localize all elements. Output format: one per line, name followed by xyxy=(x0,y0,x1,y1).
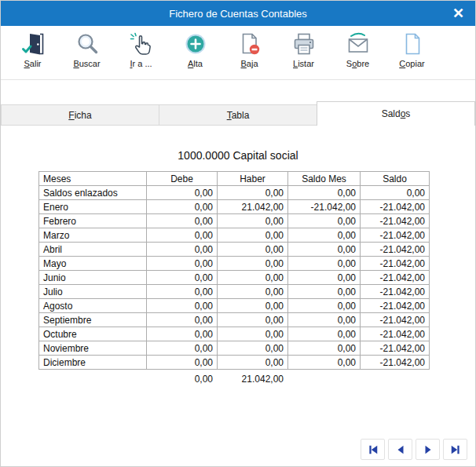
cell-meses: Saldos enlazados xyxy=(39,186,147,200)
tab-strip: FichaTablaSaldos xyxy=(1,101,475,126)
col-header-haber: Haber xyxy=(218,172,288,186)
toolbar-label-ir-a: Ir a ... xyxy=(130,59,152,68)
cell-saldo: -21.042,00 xyxy=(361,327,430,341)
cell-haber: 0,00 xyxy=(218,257,288,271)
table-row-abril: Abril0,000,000,00-21.042,00 xyxy=(39,243,430,257)
cell-haber: 0,00 xyxy=(218,356,288,370)
cell-saldo-mes: -21.042,00 xyxy=(288,200,361,214)
cell-saldo: -21.042,00 xyxy=(361,214,430,228)
cell-haber: 0,00 xyxy=(218,243,288,257)
titlebar: Fichero de Cuentas Contables ✕ xyxy=(1,1,475,26)
last-record-button[interactable] xyxy=(443,439,467,460)
cell-saldo-mes: 0,00 xyxy=(288,356,361,370)
tab-saldos[interactable]: Saldos xyxy=(317,101,475,126)
cell-haber: 0,00 xyxy=(218,271,288,285)
toolbar-button-salir[interactable]: Salir xyxy=(5,30,60,68)
cell-saldo-mes: 0,00 xyxy=(288,214,361,228)
tab-tabla[interactable]: Tabla xyxy=(159,104,317,126)
cell-meses: Noviembre xyxy=(39,341,147,356)
delete-icon xyxy=(237,31,262,57)
cell-meses: Agosto xyxy=(39,299,147,313)
cell-haber: 21.042,00 xyxy=(218,200,288,214)
cell-debe: 0,00 xyxy=(147,313,218,327)
cell-saldo: -21.042,00 xyxy=(361,271,430,285)
toolbar-button-baja[interactable]: Baja xyxy=(222,30,276,68)
table-row-mayo: Mayo0,000,000,00-21.042,00 xyxy=(39,257,430,271)
cell-meses: Diciembre xyxy=(39,356,147,370)
cell-saldo: -21.042,00 xyxy=(361,243,430,257)
tab-label-ficha: Ficha xyxy=(68,110,91,121)
table-row-marzo: Marzo0,000,000,00-21.042,00 xyxy=(39,228,430,243)
table-row-saldos-enlazados: Saldos enlazados0,000,000,000,00 xyxy=(39,186,430,200)
tab-label-saldos: Saldos xyxy=(382,108,411,119)
toolbar-label-buscar: Buscar xyxy=(73,59,100,68)
cell-meses: Mayo xyxy=(39,257,147,271)
cell-debe: 0,00 xyxy=(147,299,218,313)
table-row-octubre: Octubre0,000,000,00-21.042,00 xyxy=(39,327,430,341)
cell-haber: 0,00 xyxy=(218,327,288,341)
cell-debe: 0,00 xyxy=(147,285,218,299)
cell-haber: 0,00 xyxy=(218,341,288,356)
print-icon xyxy=(291,31,317,57)
goto-hand-icon xyxy=(129,31,154,57)
total-haber: 21.042,00 xyxy=(217,374,287,385)
table-row-enero: Enero0,0021.042,00-21.042,00-21.042,00 xyxy=(39,200,430,214)
cell-saldo-mes: 0,00 xyxy=(288,271,361,285)
cell-meses: Febrero xyxy=(39,214,147,228)
toolbar-button-alta[interactable]: Alta xyxy=(168,30,222,68)
window-title: Fichero de Cuentas Contables xyxy=(169,8,307,20)
balances-table: MesesDebeHaberSaldo MesSaldoSaldos enlaz… xyxy=(38,171,430,370)
cell-saldo: -21.042,00 xyxy=(361,299,430,313)
cell-saldo: -21.042,00 xyxy=(361,313,430,327)
cell-saldo-mes: 0,00 xyxy=(288,285,361,299)
cell-debe: 0,00 xyxy=(147,214,218,228)
col-header-meses: Meses xyxy=(39,172,147,186)
first-record-icon xyxy=(368,444,379,455)
search-icon xyxy=(75,31,100,57)
first-record-button[interactable] xyxy=(361,439,385,460)
totals-row: 0,00 21.042,00 xyxy=(38,374,429,385)
col-header-debe: Debe xyxy=(147,172,218,186)
cell-saldo: -21.042,00 xyxy=(361,228,430,243)
table-row-diciembre: Diciembre0,000,000,00-21.042,00 xyxy=(39,356,430,370)
cell-debe: 0,00 xyxy=(147,356,218,370)
cell-saldo: -21.042,00 xyxy=(361,257,430,271)
cell-debe: 0,00 xyxy=(147,200,218,214)
cell-meses: Enero xyxy=(39,200,147,214)
copy-icon xyxy=(400,31,425,57)
cell-meses: Junio xyxy=(39,271,147,285)
cell-saldo-mes: 0,00 xyxy=(288,186,361,200)
cell-meses: Septiembre xyxy=(39,313,147,327)
table-header-row: MesesDebeHaberSaldo MesSaldo xyxy=(39,172,430,186)
cell-meses: Julio xyxy=(39,285,147,299)
toolbar-label-listar: Listar xyxy=(293,59,314,68)
fichero-cuentas-window: Fichero de Cuentas Contables ✕ Salir Bus… xyxy=(0,0,476,467)
cell-meses: Octubre xyxy=(39,327,147,341)
last-record-icon xyxy=(450,444,461,455)
table-row-febrero: Febrero0,000,000,00-21.042,00 xyxy=(39,214,430,228)
next-record-button[interactable] xyxy=(416,439,440,460)
cell-haber: 0,00 xyxy=(218,228,288,243)
cell-saldo: -21.042,00 xyxy=(361,341,430,356)
col-header-saldo-mes: Saldo Mes xyxy=(288,172,361,186)
cell-saldo-mes: 0,00 xyxy=(288,228,361,243)
table-row-agosto: Agosto0,000,000,00-21.042,00 xyxy=(39,299,430,313)
toolbar-label-alta: Alta xyxy=(188,59,203,68)
toolbar-button-ir-a[interactable]: Ir a ... xyxy=(114,30,168,68)
toolbar-button-copiar[interactable]: Copiar xyxy=(385,30,439,68)
cell-debe: 0,00 xyxy=(147,341,218,356)
cell-saldo-mes: 0,00 xyxy=(288,299,361,313)
tab-label-tabla: Tabla xyxy=(227,110,250,121)
exit-door-icon xyxy=(20,31,46,57)
toolbar-button-buscar[interactable]: Buscar xyxy=(60,30,114,68)
close-icon[interactable]: ✕ xyxy=(452,6,464,20)
previous-record-button[interactable] xyxy=(388,439,412,460)
cell-haber: 0,00 xyxy=(218,186,288,200)
toolbar-button-listar[interactable]: Listar xyxy=(276,30,331,68)
tab-ficha[interactable]: Ficha xyxy=(1,104,159,126)
envelope-icon xyxy=(346,31,371,57)
cell-debe: 0,00 xyxy=(147,327,218,341)
cell-haber: 0,00 xyxy=(218,214,288,228)
toolbar-button-sobre[interactable]: Sobre xyxy=(331,30,385,68)
cell-saldo-mes: 0,00 xyxy=(288,341,361,356)
